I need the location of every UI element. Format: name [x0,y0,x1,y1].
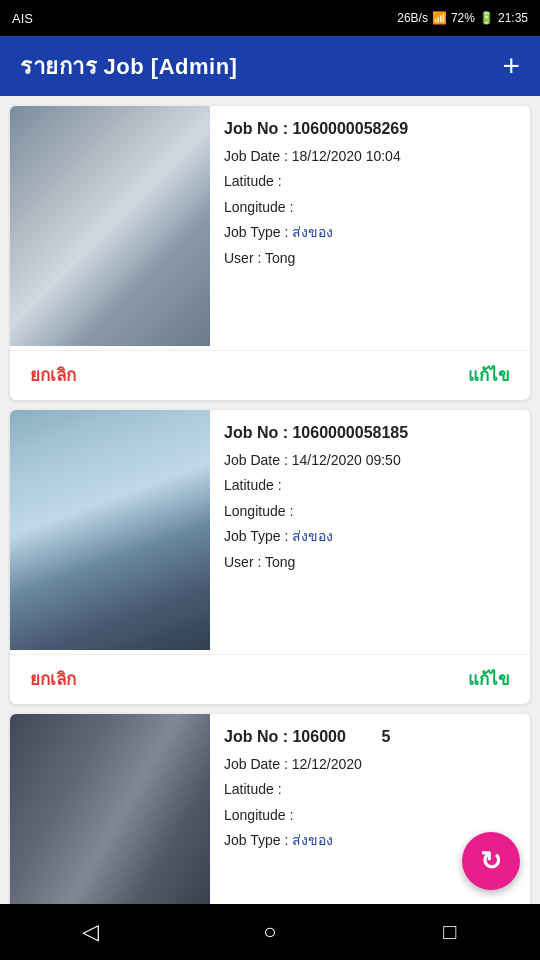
job-actions: ยกเลิก แก้ไข [10,654,530,704]
job-info: Job No : 1060000058185 Job Date : 14/12/… [210,410,530,650]
job-type-value: ส่งของ [292,528,333,544]
job-type: Job Type : ส่งของ [224,525,518,547]
cancel-button[interactable]: ยกเลิก [30,665,76,692]
job-type-value: ส่งของ [292,832,333,848]
cancel-button[interactable]: ยกเลิก [30,361,76,388]
job-number: Job No : 10600000585 [224,728,518,746]
refresh-fab[interactable]: ↻ [462,832,520,890]
job-longitude: Longitude : [224,500,518,522]
app-header: รายการ Job [Admin] + [0,36,540,96]
job-user: User : Tong [224,247,518,269]
status-bar: AIS 26B/s 📶 72% 🔋 21:35 [0,0,540,36]
back-button[interactable]: ◁ [60,912,120,952]
job-number: Job No : 1060000058269 [224,120,518,138]
job-latitude: Latitude : [224,474,518,496]
page-title: รายการ Job [Admin] [20,49,237,84]
job-type-label: Job Type : [224,224,292,240]
job-latitude: Latitude : [224,170,518,192]
job-latitude: Latitude : [224,778,518,800]
job-type-value: ส่งของ [292,224,333,240]
job-actions: ยกเลิก แก้ไข [10,350,530,400]
job-card-top: Job No : 1060000058269 Job Date : 18/12/… [10,106,530,346]
carrier-label: AIS [12,11,33,26]
job-longitude: Longitude : [224,804,518,826]
job-image [10,410,210,650]
home-button[interactable]: ○ [240,912,300,952]
job-date: Job Date : 14/12/2020 09:50 [224,449,518,471]
signal-icon: 📶 [432,11,447,25]
edit-button[interactable]: แก้ไข [468,665,510,692]
refresh-icon: ↻ [480,846,502,877]
job-image [10,106,210,346]
job-card: Job No : 1060000058269 Job Date : 18/12/… [10,106,530,400]
job-date: Job Date : 18/12/2020 10:04 [224,145,518,167]
recent-apps-button[interactable]: □ [420,912,480,952]
time-label: 21:35 [498,11,528,25]
job-user: User : Tong [224,551,518,573]
status-right: 26B/s 📶 72% 🔋 21:35 [397,11,528,25]
battery-icon: 🔋 [479,11,494,25]
bottom-navigation: ◁ ○ □ [0,904,540,960]
job-date: Job Date : 12/12/2020 [224,753,518,775]
job-card-top: Job No : 1060000058185 Job Date : 14/12/… [10,410,530,650]
job-list: Job No : 1060000058269 Job Date : 18/12/… [0,96,540,960]
job-longitude: Longitude : [224,196,518,218]
job-card: Job No : 1060000058185 Job Date : 14/12/… [10,410,530,704]
job-type: Job Type : ส่งของ [224,221,518,243]
job-type-label: Job Type : [224,832,292,848]
speed-label: 26B/s [397,11,428,25]
job-number: Job No : 1060000058185 [224,424,518,442]
battery-label: 72% [451,11,475,25]
add-job-button[interactable]: + [502,51,520,81]
job-info: Job No : 1060000058269 Job Date : 18/12/… [210,106,530,346]
job-type-label: Job Type : [224,528,292,544]
edit-button[interactable]: แก้ไข [468,361,510,388]
